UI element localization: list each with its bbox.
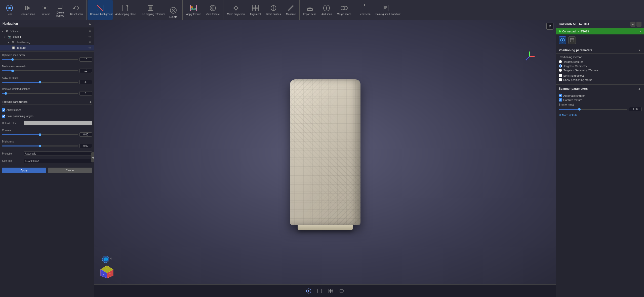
device-scan-mode-button[interactable] bbox=[559, 36, 566, 44]
optimize-mesh-value[interactable]: 10 bbox=[79, 57, 92, 62]
auto-fill-thumb[interactable] bbox=[39, 81, 41, 83]
size-px-input[interactable] bbox=[24, 159, 92, 163]
optimize-mesh-fill bbox=[2, 59, 13, 60]
show-positioning-status-checkbox[interactable] bbox=[559, 78, 562, 81]
brightness-track[interactable] bbox=[2, 145, 78, 146]
disconnect-button[interactable]: ✕ bbox=[639, 30, 641, 33]
shutter-value[interactable]: 1.06 bbox=[629, 107, 641, 111]
statusbar-record-button[interactable] bbox=[339, 288, 345, 294]
texture-tree-icon: 🔲 bbox=[12, 46, 16, 49]
default-color-swatch[interactable] bbox=[24, 121, 92, 125]
apply-texture-button[interactable]: Apply texture bbox=[184, 0, 203, 20]
action-buttons-row: Apply Cancel bbox=[2, 168, 92, 173]
targets-geo-texture-radio[interactable] bbox=[559, 69, 562, 72]
remove-patches-thumb[interactable] bbox=[5, 92, 7, 95]
tree-item-positioning[interactable]: ▸ ⊕ Positioning 👁 bbox=[0, 39, 94, 45]
decimate-mesh-param: Decimate scan mesh 10 bbox=[2, 65, 92, 73]
reset-scan-button[interactable]: Reset scan bbox=[68, 0, 85, 20]
delete-frames-button[interactable]: Deleteframes bbox=[53, 0, 68, 20]
show-status-row: Show positioning status bbox=[559, 78, 641, 81]
navigation-tree: ▾ 🖥 VXscan 👁 ▸ 📷 Scan 1 👁 ▸ ⊕ Positionin… bbox=[0, 27, 94, 52]
delete-button[interactable] bbox=[165, 5, 181, 15]
positioning-actions: 👁 bbox=[88, 40, 92, 44]
scan1-icon: 📷 bbox=[8, 35, 12, 38]
view-texture-button[interactable]: View texture bbox=[204, 0, 222, 20]
collapse-nav-button[interactable]: ▲ bbox=[88, 22, 92, 26]
remove-patches-param: Remove isolated patches 1 bbox=[2, 88, 92, 95]
apply-texture-checkbox[interactable] bbox=[2, 108, 5, 112]
positioning-visibility-button[interactable]: 👁 bbox=[88, 40, 92, 44]
remove-patches-track[interactable] bbox=[2, 93, 78, 94]
decimate-mesh-track[interactable] bbox=[2, 70, 78, 71]
device-expand-button[interactable]: ▲ bbox=[630, 22, 635, 27]
apply-button[interactable]: Apply bbox=[2, 168, 46, 173]
targets-geo-texture-option: Targets / Geometry / Texture bbox=[559, 69, 641, 72]
scan1-visibility-button[interactable]: 👁 bbox=[88, 35, 92, 39]
shutter-track[interactable] bbox=[559, 109, 627, 110]
device-menu-button[interactable]: ⋯ bbox=[636, 22, 641, 27]
contrast-thumb[interactable] bbox=[39, 133, 41, 136]
import-scan-button[interactable]: Import scan bbox=[301, 0, 319, 20]
shutter-thumb[interactable] bbox=[578, 108, 581, 111]
capture-texture-checkbox[interactable] bbox=[559, 98, 562, 102]
optimize-mesh-thumb[interactable] bbox=[11, 58, 14, 61]
statusbar-grid-button[interactable] bbox=[328, 288, 334, 294]
decimate-mesh-thumb[interactable] bbox=[11, 70, 14, 72]
texture-visibility-button[interactable]: 👁 bbox=[88, 46, 92, 50]
projection-input[interactable] bbox=[24, 152, 92, 156]
brightness-thumb[interactable] bbox=[39, 145, 41, 147]
basic-entities-button[interactable]: Basic entities bbox=[263, 0, 283, 20]
basic-guided-workflow-button[interactable]: Basic guided workflow bbox=[373, 0, 398, 20]
viewport-btn-1[interactable]: ⊕ bbox=[546, 23, 553, 30]
use-clipping-button[interactable]: Use clipping reference bbox=[138, 0, 163, 20]
more-details-button[interactable]: ⊕ More details bbox=[559, 113, 641, 117]
alignment-button[interactable]: Alignment bbox=[247, 0, 263, 20]
tree-item-texture[interactable]: 🔲 Texture 👁 bbox=[0, 45, 94, 51]
brightness-value[interactable]: 0.00 bbox=[79, 144, 92, 148]
device-settings-button[interactable] bbox=[568, 36, 576, 44]
vxscan-visibility-button[interactable]: 👁 bbox=[88, 29, 92, 33]
scanner-collapse-button[interactable]: ▲ bbox=[637, 87, 641, 91]
merge-scans-button[interactable]: Merge scans bbox=[334, 0, 354, 20]
scan-button[interactable]: Scan bbox=[2, 0, 17, 20]
texture-actions: 👁 bbox=[88, 46, 92, 50]
semi-rigid-checkbox[interactable] bbox=[559, 74, 562, 77]
toolbar-import-group: Import scan Add scan Merge scans bbox=[300, 0, 355, 20]
auto-shutter-checkbox[interactable] bbox=[559, 94, 562, 97]
remove-background-button[interactable]: Remove background bbox=[88, 0, 113, 20]
auto-fill-value[interactable]: 45 bbox=[79, 80, 92, 84]
preview-button[interactable]: Preview bbox=[37, 0, 53, 20]
texture-label: Texture bbox=[17, 46, 88, 49]
toolbar-tools-group: Move projection Alignment Basic entities… bbox=[223, 0, 300, 20]
optimize-mesh-track[interactable] bbox=[2, 59, 78, 60]
decimate-mesh-value[interactable]: 10 bbox=[79, 69, 92, 73]
tree-item-scan1[interactable]: ▸ 📷 Scan 1 👁 bbox=[0, 34, 94, 39]
svg-line-60 bbox=[526, 57, 530, 60]
add-clipping-button[interactable]: Add clipping plane bbox=[113, 0, 138, 20]
positioning-collapse-button[interactable]: ▲ bbox=[637, 48, 641, 52]
texture-params-collapse[interactable]: ▲ bbox=[89, 100, 92, 104]
move-projection-button[interactable]: Move projection bbox=[224, 0, 247, 20]
cancel-button[interactable]: Cancel bbox=[48, 168, 92, 173]
globe-nav-button[interactable]: 🌐 bbox=[102, 256, 109, 263]
viewport-collapse-button[interactable]: ◀ bbox=[91, 152, 94, 162]
remove-patches-value[interactable]: 1 bbox=[79, 91, 92, 95]
contrast-track[interactable] bbox=[2, 134, 78, 135]
basic-entities-icon bbox=[269, 4, 277, 12]
statusbar-camera-button[interactable] bbox=[306, 288, 312, 294]
add-scan-button[interactable]: Add scan bbox=[319, 0, 335, 20]
targets-geometry-label: Targets / Geometry bbox=[564, 65, 587, 68]
statusbar-view-button[interactable] bbox=[317, 288, 323, 294]
paint-targets-checkbox[interactable] bbox=[2, 115, 5, 118]
resume-scan-button[interactable]: Resume scan bbox=[17, 0, 37, 20]
contrast-value[interactable]: 0.00 bbox=[79, 132, 92, 137]
measure-button[interactable]: Measure bbox=[283, 0, 298, 20]
sidebar-right: GoISCAN 50 - 670361 ▲ ⋯ Connected - 4/5/… bbox=[556, 20, 644, 297]
auto-fill-track[interactable] bbox=[2, 82, 78, 83]
svg-marker-49 bbox=[364, 4, 366, 5]
send-scan-button[interactable]: Send scan bbox=[356, 0, 373, 20]
targets-geometry-radio[interactable] bbox=[559, 64, 562, 68]
tree-item-vxscan[interactable]: ▾ 🖥 VXscan 👁 bbox=[0, 28, 94, 34]
main-viewport[interactable]: ◀ ⊕ bbox=[94, 20, 556, 284]
targets-required-radio[interactable] bbox=[559, 60, 562, 63]
